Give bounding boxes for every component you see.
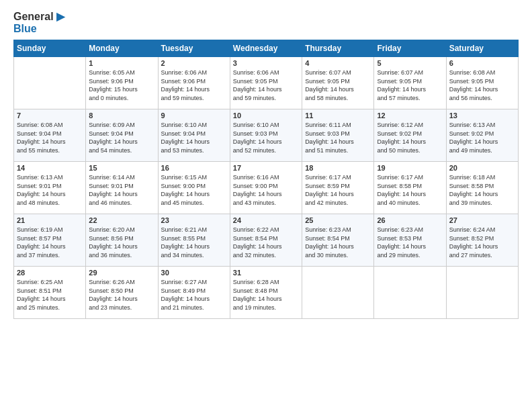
day-info: Sunrise: 6:07 AM Sunset: 9:05 PM Dayligh… [377, 68, 443, 102]
day-info: Sunrise: 6:17 AM Sunset: 8:58 PM Dayligh… [377, 173, 443, 207]
calendar-cell: 26Sunrise: 6:23 AM Sunset: 8:53 PM Dayli… [374, 214, 446, 267]
day-number: 9 [161, 111, 227, 120]
day-number: 10 [233, 111, 299, 120]
calendar-cell: 19Sunrise: 6:17 AM Sunset: 8:58 PM Dayli… [374, 162, 446, 214]
day-number: 14 [17, 164, 83, 172]
calendar-cell: 17Sunrise: 6:16 AM Sunset: 9:00 PM Dayli… [230, 162, 302, 214]
week-row: 28Sunrise: 6:25 AM Sunset: 8:51 PM Dayli… [14, 267, 519, 319]
calendar-cell: 30Sunrise: 6:27 AM Sunset: 8:49 PM Dayli… [158, 267, 230, 319]
calendar-cell: 20Sunrise: 6:18 AM Sunset: 8:58 PM Dayli… [446, 162, 518, 214]
calendar-cell: 25Sunrise: 6:23 AM Sunset: 8:54 PM Dayli… [302, 214, 374, 267]
header-day: Monday [86, 40, 158, 57]
day-info: Sunrise: 6:14 AM Sunset: 9:01 PM Dayligh… [89, 173, 154, 207]
calendar-cell: 12Sunrise: 6:12 AM Sunset: 9:02 PM Dayli… [374, 109, 446, 162]
day-number: 21 [17, 216, 83, 224]
day-number: 2 [161, 59, 227, 67]
day-number: 12 [377, 111, 443, 120]
calendar-cell: 14Sunrise: 6:13 AM Sunset: 9:01 PM Dayli… [14, 162, 86, 214]
day-number: 1 [89, 59, 154, 67]
day-info: Sunrise: 6:16 AM Sunset: 9:00 PM Dayligh… [233, 173, 299, 207]
day-number: 6 [449, 59, 515, 67]
calendar-cell [446, 267, 518, 319]
header-day: Friday [374, 40, 446, 57]
calendar-cell: 29Sunrise: 6:26 AM Sunset: 8:50 PM Dayli… [86, 267, 158, 319]
calendar-cell: 31Sunrise: 6:28 AM Sunset: 8:48 PM Dayli… [230, 267, 302, 319]
logo-text: General ▶ Blue [13, 11, 64, 34]
calendar-cell: 2Sunrise: 6:06 AM Sunset: 9:06 PM Daylig… [158, 57, 230, 109]
day-number: 26 [377, 216, 443, 224]
calendar-cell: 7Sunrise: 6:08 AM Sunset: 9:04 PM Daylig… [14, 109, 86, 162]
week-row: 7Sunrise: 6:08 AM Sunset: 9:04 PM Daylig… [14, 109, 519, 162]
calendar-cell [14, 57, 86, 109]
day-info: Sunrise: 6:13 AM Sunset: 9:02 PM Dayligh… [449, 121, 515, 154]
day-number: 8 [89, 111, 154, 120]
day-info: Sunrise: 6:24 AM Sunset: 8:52 PM Dayligh… [449, 226, 515, 259]
day-info: Sunrise: 6:15 AM Sunset: 9:00 PM Dayligh… [161, 173, 227, 207]
day-number: 19 [377, 164, 443, 172]
day-info: Sunrise: 6:08 AM Sunset: 9:05 PM Dayligh… [449, 68, 515, 102]
day-number: 22 [89, 216, 154, 224]
header: General ▶ Blue [13, 11, 519, 34]
calendar-cell: 23Sunrise: 6:21 AM Sunset: 8:55 PM Dayli… [158, 214, 230, 267]
calendar-cell: 18Sunrise: 6:17 AM Sunset: 8:59 PM Dayli… [302, 162, 374, 214]
calendar-cell: 5Sunrise: 6:07 AM Sunset: 9:05 PM Daylig… [374, 57, 446, 109]
day-number: 15 [89, 164, 154, 172]
day-info: Sunrise: 6:07 AM Sunset: 9:05 PM Dayligh… [305, 68, 371, 102]
header-row: SundayMondayTuesdayWednesdayThursdayFrid… [14, 40, 519, 57]
week-row: 21Sunrise: 6:19 AM Sunset: 8:57 PM Dayli… [14, 214, 519, 267]
day-number: 23 [161, 216, 227, 224]
day-info: Sunrise: 6:27 AM Sunset: 8:49 PM Dayligh… [161, 278, 227, 312]
day-info: Sunrise: 6:11 AM Sunset: 9:03 PM Dayligh… [305, 121, 371, 154]
day-info: Sunrise: 6:08 AM Sunset: 9:04 PM Dayligh… [17, 121, 83, 154]
calendar-cell: 13Sunrise: 6:13 AM Sunset: 9:02 PM Dayli… [446, 109, 518, 162]
day-number: 4 [305, 59, 371, 67]
calendar-cell: 27Sunrise: 6:24 AM Sunset: 8:52 PM Dayli… [446, 214, 518, 267]
day-number: 27 [449, 216, 515, 224]
calendar-cell: 9Sunrise: 6:10 AM Sunset: 9:04 PM Daylig… [158, 109, 230, 162]
calendar-cell: 22Sunrise: 6:20 AM Sunset: 8:56 PM Dayli… [86, 214, 158, 267]
day-info: Sunrise: 6:26 AM Sunset: 8:50 PM Dayligh… [89, 278, 154, 312]
day-number: 18 [305, 164, 371, 172]
day-info: Sunrise: 6:06 AM Sunset: 9:05 PM Dayligh… [233, 68, 299, 102]
day-number: 3 [233, 59, 299, 67]
header-day: Saturday [446, 40, 518, 57]
day-info: Sunrise: 6:12 AM Sunset: 9:02 PM Dayligh… [377, 121, 443, 154]
calendar-cell: 24Sunrise: 6:22 AM Sunset: 8:54 PM Dayli… [230, 214, 302, 267]
day-number: 29 [89, 269, 154, 277]
calendar-cell: 16Sunrise: 6:15 AM Sunset: 9:00 PM Dayli… [158, 162, 230, 214]
calendar-cell [374, 267, 446, 319]
header-day: Tuesday [158, 40, 230, 57]
day-info: Sunrise: 6:10 AM Sunset: 9:03 PM Dayligh… [233, 121, 299, 154]
calendar-cell: 3Sunrise: 6:06 AM Sunset: 9:05 PM Daylig… [230, 57, 302, 109]
week-row: 1Sunrise: 6:05 AM Sunset: 9:06 PM Daylig… [14, 57, 519, 109]
day-info: Sunrise: 6:19 AM Sunset: 8:57 PM Dayligh… [17, 226, 83, 259]
day-number: 5 [377, 59, 443, 67]
day-info: Sunrise: 6:13 AM Sunset: 9:01 PM Dayligh… [17, 173, 83, 207]
day-info: Sunrise: 6:06 AM Sunset: 9:06 PM Dayligh… [161, 68, 227, 102]
calendar-cell: 15Sunrise: 6:14 AM Sunset: 9:01 PM Dayli… [86, 162, 158, 214]
day-info: Sunrise: 6:21 AM Sunset: 8:55 PM Dayligh… [161, 226, 227, 259]
day-number: 11 [305, 111, 371, 120]
day-info: Sunrise: 6:09 AM Sunset: 9:04 PM Dayligh… [89, 121, 154, 154]
day-info: Sunrise: 6:20 AM Sunset: 8:56 PM Dayligh… [89, 226, 154, 259]
day-info: Sunrise: 6:28 AM Sunset: 8:48 PM Dayligh… [233, 278, 299, 312]
day-number: 30 [161, 269, 227, 277]
calendar-cell: 1Sunrise: 6:05 AM Sunset: 9:06 PM Daylig… [86, 57, 158, 109]
calendar-cell [302, 267, 374, 319]
header-day: Wednesday [230, 40, 302, 57]
calendar-cell: 4Sunrise: 6:07 AM Sunset: 9:05 PM Daylig… [302, 57, 374, 109]
day-info: Sunrise: 6:22 AM Sunset: 8:54 PM Dayligh… [233, 226, 299, 259]
day-number: 25 [305, 216, 371, 224]
calendar-cell: 11Sunrise: 6:11 AM Sunset: 9:03 PM Dayli… [302, 109, 374, 162]
calendar-table: SundayMondayTuesdayWednesdayThursdayFrid… [13, 40, 519, 319]
day-info: Sunrise: 6:23 AM Sunset: 8:54 PM Dayligh… [305, 226, 371, 259]
day-info: Sunrise: 6:25 AM Sunset: 8:51 PM Dayligh… [17, 278, 83, 312]
page: General ▶ Blue SundayMondayTuesdayWednes… [0, 0, 532, 411]
header-day: Thursday [302, 40, 374, 57]
calendar-cell: 21Sunrise: 6:19 AM Sunset: 8:57 PM Dayli… [14, 214, 86, 267]
day-number: 13 [449, 111, 515, 120]
week-row: 14Sunrise: 6:13 AM Sunset: 9:01 PM Dayli… [14, 162, 519, 214]
day-info: Sunrise: 6:23 AM Sunset: 8:53 PM Dayligh… [377, 226, 443, 259]
day-number: 17 [233, 164, 299, 172]
day-number: 16 [161, 164, 227, 172]
